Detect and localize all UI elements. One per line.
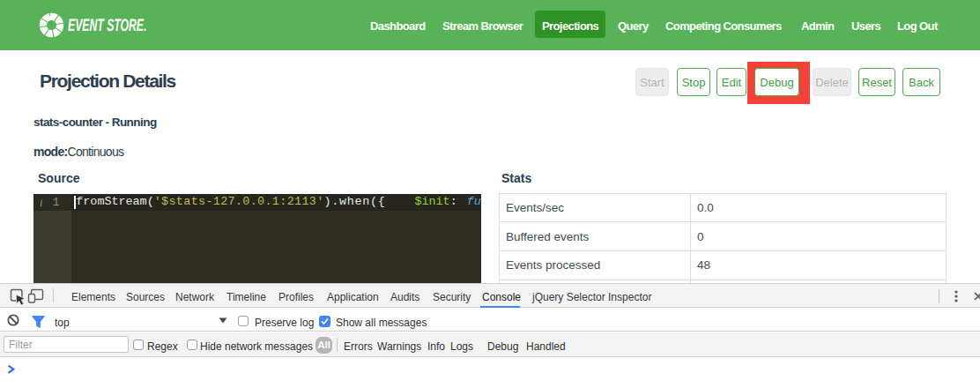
- svg-text:EVENT STORE: EVENT STORE: [68, 16, 145, 35]
